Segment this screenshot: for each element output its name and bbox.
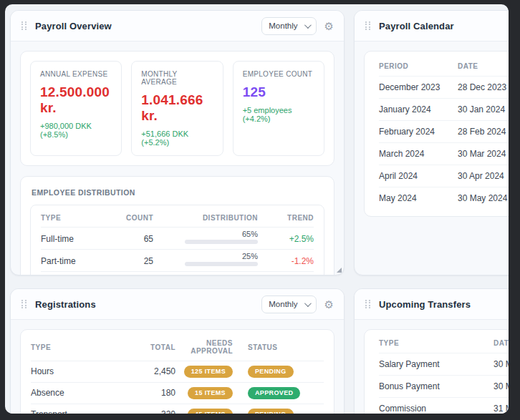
drag-handle-icon[interactable] [365,300,371,309]
registrations-body: TYPE TOTAL NEEDS APPROVAL STATUS Hours 2… [11,320,344,414]
distribution-row: Freelancers 10 10% +5% [41,271,314,275]
status-badge: PENDING [248,366,294,378]
drag-handle-icon[interactable] [365,21,371,31]
registrations-header: Registrations Monthly ⚙ [11,289,344,320]
date-cell: 30 Jan 2024 [458,104,509,114]
drag-handle-icon[interactable] [21,300,27,309]
upcoming-transfers-body: TYPE DATE Salary Payment 30 Mar Bonus Pa… [355,320,509,414]
period-cell: February 2024 [379,127,458,137]
transfer-type: Salary Payment [379,359,493,369]
calendar-table-header: PERIOD DATE [379,56,509,76]
distribution-row: Full-time 65 65% +2.5% [41,227,314,249]
registration-row: Absence 180 15 ITEMS APPROVED [31,382,324,404]
section-label: EMPLOYEE DISTRIBUTION [32,188,323,197]
status-badge: PENDING [248,409,294,414]
registrations-table: TYPE TOTAL NEEDS APPROVAL STATUS Hours 2… [20,329,334,414]
period-cell: March 2024 [379,149,458,159]
registration-total: 2,450 [115,366,175,376]
employee-type: Full-time [41,235,115,244]
stat-card-monthly-average: MONTHLY AVERAGE 1.041.666 kr. +51,666 DK… [131,61,223,156]
date-cell: 28 Dec 2023 [458,82,509,92]
employee-count: 65 [115,235,153,244]
column-header-approval: NEEDS APPROVAL [175,339,233,355]
gear-icon[interactable]: ⚙ [324,21,334,31]
percent-label: 10% [242,274,258,275]
calendar-row: March 2024 30 Mar 2024 [379,142,509,165]
date-cell: 30 Apr 2024 [458,171,509,181]
registration-total: 320 [115,409,175,414]
payroll-overview-panel: Payroll Overview Monthly ⚙ ANNUAL EXPENS… [10,10,345,275]
employee-distribution-section: EMPLOYEE DISTRIBUTION TYPE COUNT DISTRIB… [20,176,334,275]
period-cell: December 2023 [379,82,458,92]
trend-value: -1.2% [258,257,314,266]
column-header-date: DATE [493,339,509,347]
approval-badge: 15 ITEMS [188,387,233,399]
stats-container: ANNUAL EXPENSE 12.500.000 kr. +980,000 D… [20,51,334,166]
column-header-status: STATUS [248,343,324,351]
distribution-table-header: TYPE COUNT DISTRIBUTION TREND [41,208,314,227]
registration-type: Hours [31,366,115,376]
stat-value: 125 [243,84,314,100]
percent-label: 25% [242,252,258,260]
transfer-date: 30 Mar [493,381,509,391]
column-header-type: TYPE [31,343,115,351]
transfer-date: 30 Mar [493,359,509,369]
approval-badge: 125 ITEMS [184,366,233,378]
transfer-row: Commission 31 Mar [379,397,509,414]
calendar-row: April 2024 30 Apr 2024 [379,165,509,187]
panel-title: Payroll Calendar [379,21,454,31]
registration-type: Absence [31,388,115,398]
calendar-row: January 2024 30 Jan 2024 [379,98,509,120]
panel-title: Upcoming Transfers [379,299,471,310]
distribution-bar [185,240,258,244]
transfer-row: Salary Payment 30 Mar [379,353,509,375]
registrations-table-header: TYPE TOTAL NEEDS APPROVAL STATUS [31,333,324,361]
gear-icon[interactable]: ⚙ [324,299,334,310]
drag-handle-icon[interactable] [21,21,27,31]
transfers-table-header: TYPE DATE [379,333,509,353]
calendar-row: May 2024 30 May 2024 [379,187,509,209]
payroll-calendar-header: Payroll Calendar [355,11,509,41]
chevron-down-icon [304,300,312,307]
period-cell: April 2024 [379,171,458,181]
transfer-type: Commission [379,404,493,414]
employee-count: 25 [115,257,153,266]
payroll-overview-header: Payroll Overview Monthly ⚙ [11,11,344,41]
stat-label: MONTHLY AVERAGE [141,70,213,86]
period-select[interactable]: Monthly [261,296,316,313]
column-header-total: TOTAL [115,343,175,351]
registration-type: Transport [31,409,115,414]
panel-title: Registrations [35,299,96,310]
panel-title: Payroll Overview [35,21,112,31]
chevron-down-icon [304,21,312,29]
registration-row: Transport 320 45 ITEMS PENDING [31,404,324,414]
transfers-table: TYPE DATE Salary Payment 30 Mar Bonus Pa… [364,329,509,414]
registration-total: 180 [115,388,175,398]
calendar-table: PERIOD DATE December 2023 28 Dec 2023 Ja… [364,51,509,217]
period-select[interactable]: Monthly [261,17,316,35]
stat-delta: +51,666 DKK (+5.2%) [141,130,213,147]
payroll-calendar-body: PERIOD DATE December 2023 28 Dec 2023 Ja… [355,41,509,226]
stat-value: 1.041.666 kr. [141,92,213,124]
status-badge: APPROVED [248,387,300,399]
column-header-type: TYPE [41,214,115,222]
transfer-type: Bonus Payment [379,381,493,391]
transfer-row: Bonus Payment 30 Mar [379,375,509,397]
registrations-panel: Registrations Monthly ⚙ TYPE TOTAL NEEDS… [10,288,345,414]
upcoming-transfers-header: Upcoming Transfers [355,289,509,320]
transfer-date: 31 Mar [493,404,509,414]
approval-badge: 45 ITEMS [188,409,233,414]
registration-row: Hours 2,450 125 ITEMS PENDING [31,361,324,382]
period-select-value: Monthly [269,300,297,308]
stat-delta: +5 employees (+4.2%) [243,106,314,123]
date-cell: 30 May 2024 [458,193,509,203]
date-cell: 30 Mar 2024 [458,149,509,159]
column-header-trend: TREND [258,214,314,222]
distribution-row: Part-time 25 25% -1.2% [41,249,314,271]
dashboard-window: Payroll Overview Monthly ⚙ ANNUAL EXPENS… [5,4,509,414]
column-header-count: COUNT [115,214,153,222]
stat-label: ANNUAL EXPENSE [40,70,112,78]
stat-delta: +980,000 DKK (+8.5%) [40,122,112,139]
period-cell: January 2024 [379,104,458,114]
distribution-bar [185,262,258,266]
